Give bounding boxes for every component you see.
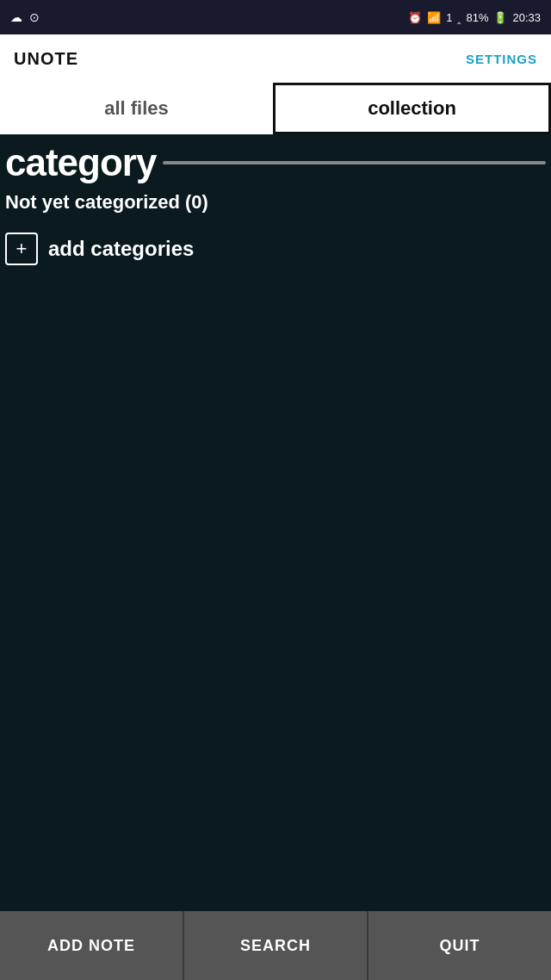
camera-icon: ⊙ xyxy=(29,10,40,24)
category-header-row: category xyxy=(0,134,551,188)
app-title: UNOTE xyxy=(14,49,78,69)
cloud-icon: ☁ xyxy=(10,10,22,24)
plus-icon: + xyxy=(16,239,28,258)
wifi-icon: 📶 xyxy=(427,11,441,24)
empty-content-area xyxy=(0,270,551,911)
category-divider xyxy=(163,161,546,164)
main-content: category Not yet categorized (0) + add c… xyxy=(0,134,551,911)
battery-icon: 🔋 xyxy=(493,11,507,24)
search-button[interactable]: SEARCH xyxy=(184,911,368,980)
tab-bar: all files collection xyxy=(0,83,551,134)
quit-button[interactable]: QUIT xyxy=(368,911,551,980)
bottom-bar: ADD NOTE SEARCH QUIT xyxy=(0,911,551,980)
status-bar: ☁ ⊙ ⏰ 📶 1 ‸ 81% 🔋 20:33 xyxy=(0,0,551,34)
battery-percent: 81% xyxy=(466,11,488,24)
signal-icon: ‸ xyxy=(457,11,461,24)
tab-all-files[interactable]: all files xyxy=(0,83,273,134)
status-bar-left-icons: ☁ ⊙ xyxy=(10,10,40,24)
add-categories-label: add categories xyxy=(48,237,194,261)
add-note-button[interactable]: ADD NOTE xyxy=(0,911,184,980)
sim-indicator: 1 xyxy=(446,11,452,24)
settings-button[interactable]: SETTINGS xyxy=(466,52,537,66)
status-bar-right-info: ⏰ 📶 1 ‸ 81% 🔋 20:33 xyxy=(408,11,541,24)
add-icon-box: + xyxy=(5,233,38,265)
tab-collection[interactable]: collection xyxy=(273,83,551,134)
alarm-icon: ⏰ xyxy=(408,11,422,24)
not-categorized-label: Not yet categorized (0) xyxy=(0,188,551,227)
category-title: category xyxy=(5,141,156,184)
clock: 20:33 xyxy=(512,11,541,24)
app-bar: UNOTE SETTINGS xyxy=(0,34,551,83)
add-categories-row[interactable]: + add categories xyxy=(0,227,551,270)
